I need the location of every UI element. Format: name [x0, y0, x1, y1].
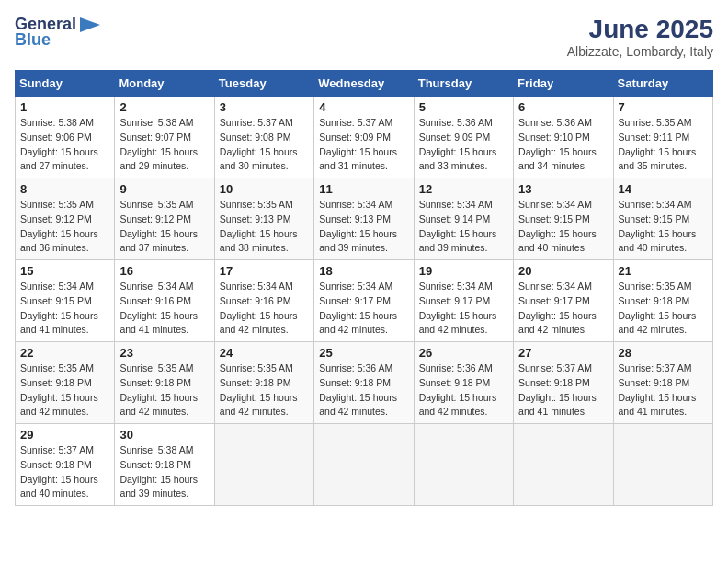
- day-number: 4: [319, 100, 408, 114]
- day-number: 18: [319, 264, 408, 278]
- daylight: Daylight: 15 hours and 42 minutes.: [119, 392, 198, 418]
- day-number: 11: [319, 182, 408, 196]
- sunset: Sunset: 9:18 PM: [20, 459, 92, 470]
- sunset: Sunset: 9:12 PM: [20, 213, 92, 224]
- sunset: Sunset: 9:09 PM: [319, 132, 391, 143]
- table-row: 19 Sunrise: 5:34 AM Sunset: 9:17 PM Dayl…: [414, 260, 513, 342]
- day-number: 30: [119, 428, 209, 442]
- table-row: 21 Sunrise: 5:35 AM Sunset: 9:18 PM Dayl…: [613, 260, 712, 342]
- day-number: 27: [518, 346, 608, 360]
- table-row: 25 Sunrise: 5:36 AM Sunset: 9:18 PM Dayl…: [314, 342, 414, 424]
- day-info: Sunrise: 5:37 AM Sunset: 9:09 PM Dayligh…: [319, 116, 408, 174]
- table-row: 28 Sunrise: 5:37 AM Sunset: 9:18 PM Dayl…: [613, 342, 712, 424]
- sunset: Sunset: 9:17 PM: [419, 295, 491, 306]
- day-number: 9: [119, 182, 209, 196]
- daylight: Daylight: 15 hours and 42 minutes.: [20, 392, 98, 418]
- sunrise: Sunrise: 5:34 AM: [419, 281, 493, 292]
- empty-cell: [414, 424, 513, 506]
- sunset: Sunset: 9:18 PM: [419, 377, 491, 388]
- sunrise: Sunrise: 5:35 AM: [20, 199, 94, 210]
- day-number: 5: [419, 100, 508, 114]
- day-info: Sunrise: 5:37 AM Sunset: 9:18 PM Dayligh…: [518, 362, 608, 419]
- sunrise: Sunrise: 5:35 AM: [119, 362, 193, 373]
- day-info: Sunrise: 5:36 AM Sunset: 9:09 PM Dayligh…: [419, 116, 508, 174]
- sunrise: Sunrise: 5:35 AM: [619, 117, 692, 128]
- table-row: 3 Sunrise: 5:37 AM Sunset: 9:08 PM Dayli…: [214, 97, 313, 178]
- col-monday: Monday: [115, 71, 214, 97]
- calendar-row: 15 Sunrise: 5:34 AM Sunset: 9:15 PM Dayl…: [16, 260, 713, 342]
- table-row: 23 Sunrise: 5:35 AM Sunset: 9:18 PM Dayl…: [115, 342, 214, 424]
- sunrise: Sunrise: 5:38 AM: [119, 444, 193, 455]
- table-row: 4 Sunrise: 5:37 AM Sunset: 9:09 PM Dayli…: [314, 97, 414, 178]
- day-info: Sunrise: 5:36 AM Sunset: 9:18 PM Dayligh…: [419, 362, 508, 419]
- calendar-row: 1 Sunrise: 5:38 AM Sunset: 9:06 PM Dayli…: [16, 97, 713, 178]
- day-number: 15: [20, 264, 109, 278]
- sunrise: Sunrise: 5:34 AM: [518, 281, 592, 292]
- col-thursday: Thursday: [414, 71, 513, 97]
- calendar-body: 1 Sunrise: 5:38 AM Sunset: 9:06 PM Dayli…: [16, 97, 713, 506]
- daylight: Daylight: 15 hours and 41 minutes.: [20, 310, 98, 336]
- table-row: 11 Sunrise: 5:34 AM Sunset: 9:13 PM Dayl…: [314, 178, 414, 260]
- sunset: Sunset: 9:07 PM: [119, 132, 191, 143]
- table-row: 14 Sunrise: 5:34 AM Sunset: 9:15 PM Dayl…: [613, 178, 712, 260]
- daylight: Daylight: 15 hours and 27 minutes.: [20, 146, 98, 172]
- col-friday: Friday: [514, 71, 613, 97]
- day-number: 3: [220, 100, 309, 114]
- day-info: Sunrise: 5:35 AM Sunset: 9:11 PM Dayligh…: [619, 116, 708, 174]
- daylight: Daylight: 15 hours and 29 minutes.: [119, 146, 198, 172]
- table-row: 12 Sunrise: 5:34 AM Sunset: 9:14 PM Dayl…: [414, 178, 513, 260]
- daylight: Daylight: 15 hours and 33 minutes.: [419, 146, 497, 172]
- daylight: Daylight: 15 hours and 38 minutes.: [220, 228, 298, 254]
- day-number: 12: [419, 182, 508, 196]
- sunrise: Sunrise: 5:37 AM: [220, 117, 293, 128]
- sunset: Sunset: 9:18 PM: [319, 377, 391, 388]
- logo-blue: Blue: [15, 30, 51, 50]
- day-number: 2: [119, 100, 209, 114]
- sunrise: Sunrise: 5:34 AM: [20, 281, 94, 292]
- sunrise: Sunrise: 5:36 AM: [319, 362, 392, 373]
- daylight: Daylight: 15 hours and 42 minutes.: [220, 392, 298, 418]
- col-saturday: Saturday: [613, 71, 712, 97]
- sunset: Sunset: 9:16 PM: [220, 295, 291, 306]
- empty-cell: [514, 424, 613, 506]
- sunrise: Sunrise: 5:37 AM: [619, 362, 692, 373]
- daylight: Daylight: 15 hours and 31 minutes.: [319, 146, 397, 172]
- day-number: 1: [20, 100, 109, 114]
- col-sunday: Sunday: [16, 71, 115, 97]
- daylight: Daylight: 15 hours and 42 minutes.: [419, 310, 497, 336]
- day-info: Sunrise: 5:35 AM Sunset: 9:18 PM Dayligh…: [220, 362, 309, 419]
- sunset: Sunset: 9:18 PM: [619, 377, 690, 388]
- table-row: 27 Sunrise: 5:37 AM Sunset: 9:18 PM Dayl…: [514, 342, 613, 424]
- day-info: Sunrise: 5:34 AM Sunset: 9:17 PM Dayligh…: [518, 280, 608, 338]
- daylight: Daylight: 15 hours and 39 minutes.: [319, 228, 397, 254]
- sunrise: Sunrise: 5:38 AM: [20, 117, 94, 128]
- day-info: Sunrise: 5:37 AM Sunset: 9:18 PM Dayligh…: [619, 362, 708, 419]
- day-number: 20: [518, 264, 608, 278]
- day-info: Sunrise: 5:38 AM Sunset: 9:06 PM Dayligh…: [20, 116, 109, 174]
- day-info: Sunrise: 5:34 AM Sunset: 9:15 PM Dayligh…: [619, 198, 708, 256]
- daylight: Daylight: 15 hours and 42 minutes.: [419, 392, 497, 418]
- calendar-row: 22 Sunrise: 5:35 AM Sunset: 9:18 PM Dayl…: [16, 342, 713, 424]
- sunset: Sunset: 9:13 PM: [319, 213, 391, 224]
- sunrise: Sunrise: 5:35 AM: [220, 362, 293, 373]
- empty-cell: [613, 424, 712, 506]
- day-number: 10: [220, 182, 309, 196]
- sunrise: Sunrise: 5:37 AM: [319, 117, 392, 128]
- table-row: 1 Sunrise: 5:38 AM Sunset: 9:06 PM Dayli…: [16, 97, 115, 178]
- table-row: 10 Sunrise: 5:35 AM Sunset: 9:13 PM Dayl…: [214, 178, 313, 260]
- sunset: Sunset: 9:18 PM: [119, 459, 191, 470]
- calendar-table: Sunday Monday Tuesday Wednesday Thursday…: [15, 70, 713, 506]
- table-row: 16 Sunrise: 5:34 AM Sunset: 9:16 PM Dayl…: [115, 260, 214, 342]
- sunset: Sunset: 9:16 PM: [119, 295, 191, 306]
- table-row: 6 Sunrise: 5:36 AM Sunset: 9:10 PM Dayli…: [514, 97, 613, 178]
- day-info: Sunrise: 5:35 AM Sunset: 9:12 PM Dayligh…: [20, 198, 109, 256]
- sunset: Sunset: 9:15 PM: [518, 213, 590, 224]
- col-tuesday: Tuesday: [214, 71, 313, 97]
- daylight: Daylight: 15 hours and 34 minutes.: [518, 146, 597, 172]
- daylight: Daylight: 15 hours and 41 minutes.: [619, 392, 697, 418]
- svg-marker-0: [80, 17, 100, 32]
- logo: General Blue: [15, 15, 100, 50]
- sunrise: Sunrise: 5:37 AM: [20, 444, 94, 455]
- table-row: 20 Sunrise: 5:34 AM Sunset: 9:17 PM Dayl…: [514, 260, 613, 342]
- table-row: 18 Sunrise: 5:34 AM Sunset: 9:17 PM Dayl…: [314, 260, 414, 342]
